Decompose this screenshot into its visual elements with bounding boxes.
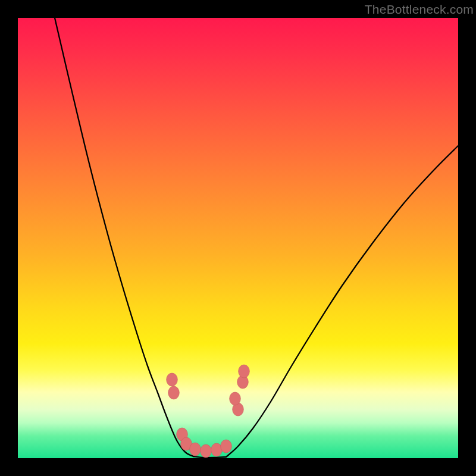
data-point bbox=[167, 373, 178, 386]
watermark-text: TheBottleneck.com bbox=[365, 2, 474, 17]
data-point bbox=[230, 392, 241, 405]
data-point bbox=[239, 365, 250, 378]
data-point bbox=[168, 386, 180, 399]
right-curve bbox=[226, 146, 458, 457]
valley-floor bbox=[193, 456, 226, 458]
data-point bbox=[190, 443, 201, 456]
outer-frame: TheBottleneck.com bbox=[0, 0, 476, 476]
data-point bbox=[221, 440, 232, 453]
data-point bbox=[201, 444, 212, 458]
plot-area bbox=[18, 18, 458, 458]
curve-layer bbox=[18, 18, 458, 458]
